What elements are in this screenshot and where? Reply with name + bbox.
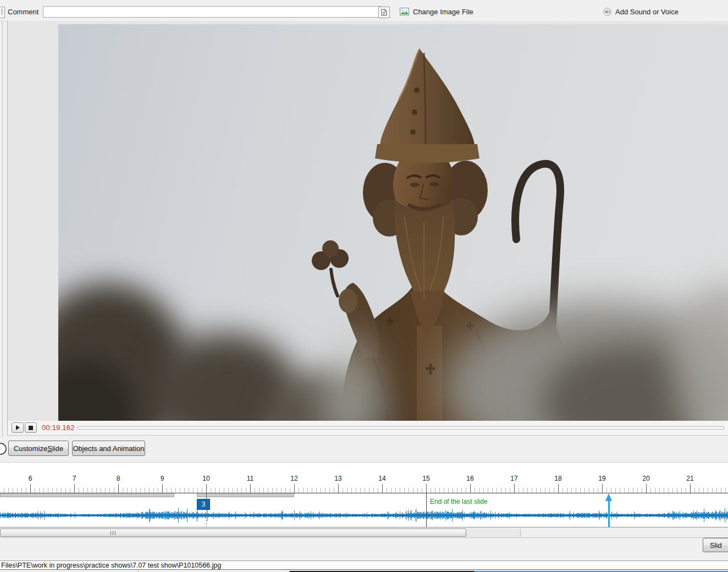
end-of-last-slide-label: End of the last slide xyxy=(430,498,488,505)
comment-input[interactable] xyxy=(43,6,382,18)
ruler-second-label: 6 xyxy=(29,475,32,482)
ruler-second-label: 12 xyxy=(290,475,297,482)
objects-and-animation-label: Objects and Animation xyxy=(73,444,144,453)
scrollbar-grip-icon xyxy=(111,531,117,535)
slide-preview-panel: 00:19.162 xyxy=(7,21,728,436)
slide-button-label: Slid xyxy=(710,541,722,549)
slide-duration-bar[interactable] xyxy=(0,493,174,497)
timeline-scrollbar xyxy=(0,527,728,538)
objects-and-animation-button[interactable]: Objects and Animation xyxy=(72,441,145,456)
stop-button[interactable] xyxy=(25,422,37,433)
time-display: 00:19.162 xyxy=(42,424,75,432)
top-toolbar: Comment Change Image File Add Sound or V… xyxy=(0,0,728,21)
ruler-second-label: 7 xyxy=(73,475,76,482)
ruler-second-label: 8 xyxy=(117,475,120,482)
customize-slide-label: Customize xyxy=(14,444,47,453)
lower-strip xyxy=(0,537,728,561)
ruler-second-label: 19 xyxy=(598,475,605,482)
customize-slide-button[interactable]: Customize Slide xyxy=(8,441,69,456)
customize-slide-accel: S xyxy=(47,444,52,453)
ruler-second-label: 10 xyxy=(202,475,209,482)
audio-waveform[interactable] xyxy=(0,502,728,527)
slide-duration-bar[interactable] xyxy=(197,493,294,497)
pte-slide-editor-window: { "toolbar": { "comment_label": "Comment… xyxy=(0,0,728,572)
playhead-arrowhead xyxy=(605,493,612,501)
timeline-scrollbar-thumb[interactable] xyxy=(0,529,466,537)
stop-icon xyxy=(29,426,33,430)
preview-seek-slider[interactable] xyxy=(78,426,724,430)
add-sound-or-voice-button[interactable]: Add Sound or Voice xyxy=(603,6,679,17)
slide-image-preview xyxy=(58,24,728,421)
timeline-scrollbar-track[interactable] xyxy=(0,529,521,537)
timeline-panel[interactable]: 6789101112131415161718192021 3 End of th… xyxy=(0,462,728,527)
status-bar: Files\PTE\work in progress\practice show… xyxy=(0,560,728,570)
playhead-arrow[interactable] xyxy=(605,493,613,530)
ruler-second-label: 21 xyxy=(686,475,693,482)
left-panel-divider xyxy=(2,21,3,437)
ruler-second-label: 17 xyxy=(510,475,517,482)
image-icon xyxy=(400,8,409,15)
document-icon xyxy=(381,9,387,16)
add-sound-or-voice-label: Add Sound or Voice xyxy=(615,8,679,16)
comment-note-button[interactable] xyxy=(378,7,390,18)
change-image-file-button[interactable]: Change Image File xyxy=(400,6,473,17)
clipped-edge-icon xyxy=(0,7,5,18)
slide-button-clipped[interactable]: Slid xyxy=(703,538,728,552)
ruler-second-label: 11 xyxy=(247,475,253,482)
change-image-file-label: Change Image File xyxy=(413,8,473,16)
file-path-text: Files\PTE\work in progress\practice show… xyxy=(1,562,221,569)
keypoint-stem xyxy=(206,493,207,499)
speaker-icon xyxy=(603,8,611,16)
comment-label: Comment xyxy=(8,8,38,16)
preview-controls-row: 00:19.162 xyxy=(8,421,728,435)
keypoint-marker[interactable]: 3 xyxy=(197,499,210,510)
ruler-second-label: 18 xyxy=(554,475,561,482)
ruler-second-label: 20 xyxy=(642,475,649,482)
end-of-last-slide-line xyxy=(426,493,427,530)
ruler-second-label: 16 xyxy=(466,475,473,482)
ruler-second-label: 15 xyxy=(422,475,429,482)
play-icon xyxy=(15,425,20,430)
play-button[interactable] xyxy=(12,422,24,433)
ruler-second-label: 9 xyxy=(161,475,164,482)
ruler-second-label: 13 xyxy=(334,475,341,482)
clipped-view-radio[interactable] xyxy=(0,443,7,455)
customize-slide-label-rest: lide xyxy=(52,444,63,453)
ruler-second-label: 14 xyxy=(378,475,385,482)
